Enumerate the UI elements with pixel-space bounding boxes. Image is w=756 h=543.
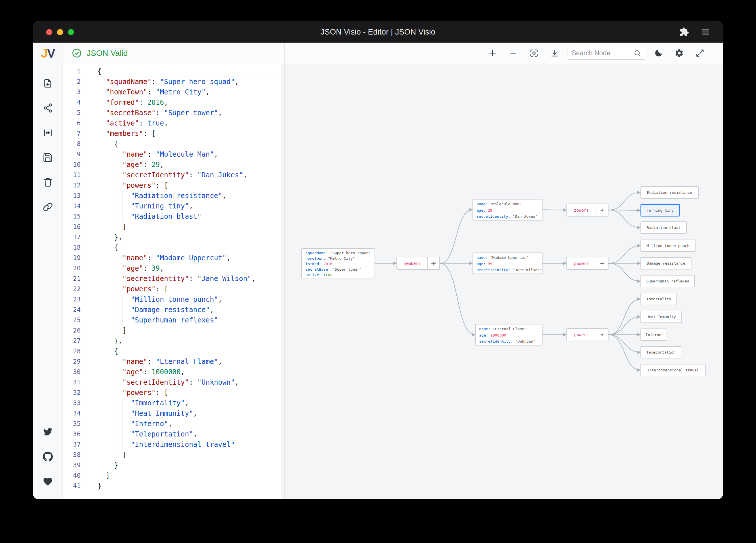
code-line-35[interactable]: "Inferno", <box>97 419 284 429</box>
code-line-23[interactable]: "Million tonne punch", <box>97 294 284 304</box>
code-area[interactable]: { "squadName": "Super hero squad", "home… <box>85 66 284 499</box>
code-line-3[interactable]: "homeTown": "Metro City", <box>97 87 284 97</box>
code-line-31[interactable]: "secretIdentity": "Unknown", <box>97 377 284 387</box>
sidebar-tool-fold-width-icon[interactable] <box>33 120 63 145</box>
node-row-name: name: "Molecule Man" <box>473 201 542 207</box>
code-line-26[interactable]: ] <box>97 325 284 336</box>
code-line-22[interactable]: "powers": [ <box>97 284 284 294</box>
search-node-box[interactable] <box>568 47 645 60</box>
code-line-34[interactable]: "Heat Immunity", <box>97 408 284 419</box>
graph-node-l3d[interactable]: Teleportation <box>640 346 681 358</box>
code-line-39[interactable]: } <box>97 460 284 470</box>
focus-icon[interactable] <box>528 48 539 59</box>
sidebar-tool-link-icon[interactable] <box>33 195 63 220</box>
code-line-19[interactable]: "name": "Madame Uppercut", <box>97 253 284 263</box>
code-line-6[interactable]: "active": true, <box>97 118 284 128</box>
code-line-24[interactable]: "Damage resistance", <box>97 304 284 315</box>
graph-node-p3[interactable]: powers <box>566 328 608 341</box>
code-line-16[interactable]: ] <box>97 222 284 232</box>
graph-node-l1b[interactable]: Turning tiny <box>640 204 680 217</box>
graph-node-m2[interactable]: name: "Madame Uppercut"age: 39secretIden… <box>473 253 543 274</box>
graph-node-l1a[interactable]: Radiation resistance <box>640 186 699 199</box>
fullscreen-icon[interactable] <box>694 48 705 59</box>
sidebar-tool-share-graph-icon[interactable] <box>33 96 63 120</box>
code-line-2[interactable]: "squadName": "Super hero squad", <box>97 77 284 87</box>
minimize-button[interactable] <box>57 29 63 35</box>
graph-node-root[interactable]: squadName: "Super hero squad"homeTown: "… <box>301 248 375 278</box>
graph-node-l3e[interactable]: Interdimensional travel <box>640 364 706 376</box>
code-line-33[interactable]: "Immortality", <box>97 398 284 408</box>
code-line-7[interactable]: "members": [ <box>97 128 284 139</box>
code-line-9[interactable]: "name": "Molecule Man", <box>97 149 284 160</box>
code-line-20[interactable]: "age": 39, <box>97 263 284 273</box>
code-line-29[interactable]: "name": "Eternal Flame", <box>97 356 284 367</box>
code-line-8[interactable]: { <box>97 139 284 149</box>
code-line-11[interactable]: "secretIdentity": "Dan Jukes", <box>97 170 284 180</box>
code-line-21[interactable]: "secretIdentity": "Jane Wilson", <box>97 273 284 284</box>
line-numbers: 1234567891011121314151617181920212223242… <box>63 66 85 499</box>
code-line-37[interactable]: "Interdimensional travel" <box>97 439 284 450</box>
graph-node-m3[interactable]: name: "Eternal Flame"age: 1000000secretI… <box>475 324 543 345</box>
code-line-17[interactable]: }, <box>97 232 284 243</box>
node-row-secretIdentity: secretIdentity: "Jane Wilson" <box>473 267 542 273</box>
code-line-14[interactable]: "Turning tiny", <box>97 201 284 211</box>
gear-icon[interactable] <box>674 48 685 59</box>
code-line-41[interactable]: } <box>97 481 284 491</box>
line-number: 7 <box>63 128 85 139</box>
code-line-27[interactable]: }, <box>97 336 284 346</box>
code-line-38[interactable]: ] <box>97 450 284 460</box>
code-line-25[interactable]: "Superhuman reflexes" <box>97 315 284 325</box>
graph-node-p2[interactable]: powers <box>566 257 608 270</box>
app-logo[interactable]: JV <box>41 43 55 64</box>
code-line-36[interactable]: "Teleportation", <box>97 429 284 439</box>
graph-node-members[interactable]: members <box>396 257 440 270</box>
zoom-out-icon[interactable] <box>508 48 519 59</box>
expand-node-icon[interactable] <box>596 258 608 269</box>
graph-node-p1[interactable]: powers <box>566 204 608 217</box>
graph-node-l3c[interactable]: Inferno <box>640 328 666 341</box>
sidebar-tool-file-plus-icon[interactable] <box>33 71 63 96</box>
twitter-icon <box>43 426 53 437</box>
code-line-12[interactable]: "powers": [ <box>97 180 284 191</box>
code-line-40[interactable]: ] <box>97 470 284 481</box>
graph-node-l2b[interactable]: Damage resistance <box>640 257 691 270</box>
code-line-30[interactable]: "age": 1000000, <box>97 367 284 377</box>
moon-icon[interactable] <box>653 48 664 59</box>
code-line-15[interactable]: "Radiation blast" <box>97 211 284 222</box>
code-line-13[interactable]: "Radiation resistance", <box>97 191 284 201</box>
graph-node-m1[interactable]: name: "Molecule Man"age: 29secretIdentit… <box>473 199 543 221</box>
graph-node-l2c[interactable]: Superhuman reflexes <box>640 275 695 287</box>
search-input[interactable] <box>572 49 634 57</box>
sidebar-link-github-icon[interactable] <box>33 444 63 469</box>
line-number: 5 <box>63 108 85 118</box>
sidebar-link-twitter-icon[interactable] <box>33 419 63 444</box>
zoom-button[interactable] <box>68 29 74 35</box>
expand-node-icon[interactable] <box>596 204 608 216</box>
extension-icon[interactable] <box>679 27 689 37</box>
code-line-1[interactable]: { <box>97 66 284 77</box>
close-button[interactable] <box>46 29 52 35</box>
github-icon <box>43 451 53 462</box>
sidebar-link-heart-icon[interactable] <box>33 469 63 494</box>
code-editor[interactable]: 1234567891011121314151617181920212223242… <box>63 64 284 499</box>
graph-node-l2a[interactable]: Million tonne punch <box>640 240 695 252</box>
expand-node-icon[interactable] <box>427 258 439 269</box>
graph-node-l3b[interactable]: Heat Immunity <box>640 311 682 323</box>
menu-icon[interactable] <box>701 27 710 37</box>
download-icon[interactable] <box>549 48 560 59</box>
graph-node-l3a[interactable]: Immortality <box>640 293 677 305</box>
zoom-in-icon[interactable] <box>487 48 498 59</box>
code-line-32[interactable]: "powers": [ <box>97 387 284 398</box>
expand-node-icon[interactable] <box>596 329 608 340</box>
graph-node-l1c[interactable]: Radiation blast <box>640 222 687 234</box>
code-line-5[interactable]: "secretBase": "Super tower", <box>97 108 284 118</box>
main-content: JV JSON Valid 12345678910111213141516171… <box>33 43 723 499</box>
sidebar-tool-trash-icon[interactable] <box>33 170 63 195</box>
toolbar-right <box>653 48 705 59</box>
code-line-10[interactable]: "age": 29, <box>97 160 284 170</box>
sidebar-tool-save-icon[interactable] <box>33 145 63 170</box>
code-line-28[interactable]: { <box>97 346 284 356</box>
code-line-18[interactable]: { <box>97 243 284 253</box>
line-number: 29 <box>63 356 85 367</box>
code-line-4[interactable]: "formed": 2016, <box>97 97 284 108</box>
